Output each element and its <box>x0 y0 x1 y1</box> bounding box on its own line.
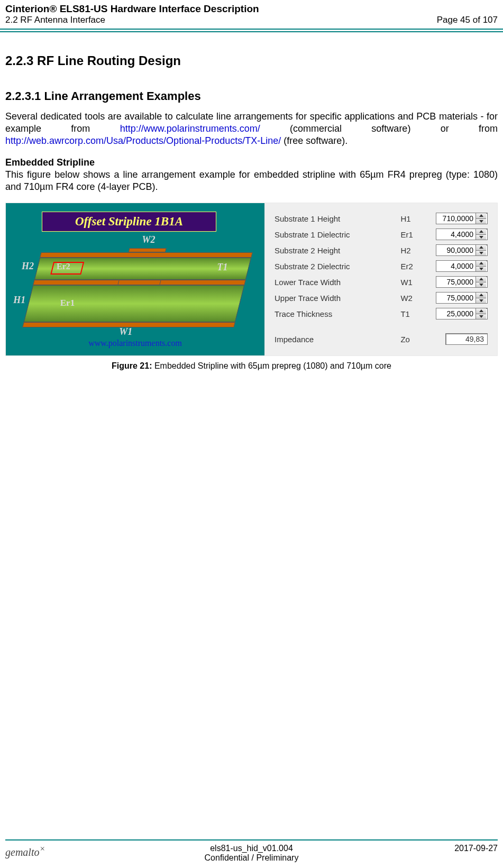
property-input[interactable] <box>436 293 475 303</box>
spinner-up-button[interactable] <box>476 229 486 235</box>
property-value-cell <box>429 290 490 306</box>
property-input[interactable] <box>436 213 475 224</box>
property-value-cell <box>429 242 490 258</box>
figure-caption-text: Embedded Stripline with 65µm prepreg (10… <box>152 361 391 370</box>
spinner-down-button[interactable] <box>476 235 486 240</box>
property-input[interactable] <box>436 229 475 240</box>
chevron-up-icon <box>479 214 483 217</box>
spinner-up-button[interactable] <box>476 245 486 251</box>
property-value-cell <box>429 306 490 322</box>
property-input[interactable] <box>436 308 475 319</box>
label-er2: Er2 <box>57 262 70 271</box>
chevron-up-icon <box>479 246 483 249</box>
pcb-trace-w1 <box>117 280 161 285</box>
property-spinner[interactable] <box>436 276 488 288</box>
spinner-up-button[interactable] <box>476 213 486 219</box>
page-number: Page 45 of 107 <box>437 15 498 25</box>
figure-banner-text: Offset Stripline 1B1A <box>75 215 183 229</box>
property-symbol: Er2 <box>398 258 429 274</box>
property-input[interactable] <box>436 261 475 271</box>
pcb-trace-w2 <box>129 248 167 252</box>
impedance-value-cell: 49,83 <box>429 331 490 347</box>
property-spinner[interactable] <box>436 229 488 240</box>
footer-confidential: Confidential / Preliminary <box>85 853 418 863</box>
intro-text-b: (commercial software) or from <box>260 123 498 134</box>
property-row: Substrate 2 HeightH2 <box>272 242 490 258</box>
chevron-down-icon <box>479 268 483 270</box>
impedance-row: ImpedanceZo49,83 <box>272 331 490 347</box>
property-name: Lower Trace Width <box>272 274 398 290</box>
label-t1: T1 <box>217 262 228 273</box>
stripline-heading: Embedded Stripline <box>5 157 95 168</box>
property-row: Substrate 2 DielectricEr2 <box>272 258 490 274</box>
spinner-down-button[interactable] <box>476 298 486 304</box>
spinner-up-button[interactable] <box>476 277 486 282</box>
property-name: Substrate 2 Height <box>272 242 398 258</box>
spinner-up-button[interactable] <box>476 293 486 298</box>
footer-brand: gemalto× <box>5 844 85 858</box>
figure-frame: Offset Stripline 1B1A H2 H1 Er2 <box>5 203 498 356</box>
property-input[interactable] <box>436 277 475 287</box>
spinner-down-button[interactable] <box>476 282 486 288</box>
chevron-down-icon <box>479 252 483 254</box>
property-value-cell <box>429 226 490 242</box>
chevron-down-icon <box>479 315 483 318</box>
section-heading: 2.2.3 RF Line Routing Design <box>5 53 498 68</box>
property-name: Substrate 1 Height <box>272 211 398 226</box>
footer-date: 2017-09-27 <box>418 844 498 853</box>
label-h2: H2 <box>22 261 34 272</box>
property-spinner[interactable] <box>436 244 488 256</box>
figure-banner: Offset Stripline 1B1A <box>42 212 216 232</box>
chevron-down-icon <box>479 299 483 302</box>
figure-21: Offset Stripline 1B1A H2 H1 Er2 <box>5 203 498 371</box>
spinner-down-button[interactable] <box>476 267 486 272</box>
label-h1: H1 <box>13 295 25 306</box>
property-row: Substrate 1 HeightH1 <box>272 211 490 226</box>
property-row: Substrate 1 DielectricEr1 <box>272 226 490 242</box>
doc-title: Cinterion® ELS81-US Hardware Interface D… <box>5 3 259 15</box>
figure-diagram-panel: Offset Stripline 1B1A H2 H1 Er2 <box>6 203 265 355</box>
pcb-core <box>24 285 244 322</box>
label-w2: W2 <box>142 234 156 245</box>
spinner-down-button[interactable] <box>476 314 486 319</box>
property-input[interactable] <box>436 245 475 255</box>
footer-docid: els81-us_hid_v01.004 <box>85 844 418 853</box>
footer-brand-text: gemalto <box>5 846 39 858</box>
doc-subtitle: 2.2 RF Antenna Interface <box>5 15 259 25</box>
property-symbol: H1 <box>398 211 429 226</box>
intro-paragraph: Several dedicated tools are available to… <box>5 111 498 147</box>
spinner-down-button[interactable] <box>476 251 486 256</box>
page-footer: gemalto× els81-us_hid_v01.004 Confidenti… <box>0 839 503 863</box>
chevron-down-icon <box>479 284 483 286</box>
polar-link[interactable]: http://www.polarinstruments.com/ <box>120 123 260 134</box>
chevron-up-icon <box>479 278 483 280</box>
spinner-up-button[interactable] <box>476 308 486 314</box>
chevron-up-icon <box>479 294 483 296</box>
spinner-down-button[interactable] <box>476 219 486 224</box>
property-spacer <box>272 322 490 331</box>
figure-source-url: www.polarinstruments.com <box>10 339 260 348</box>
figure-caption-prefix: Figure 21: <box>112 361 152 370</box>
pcb-top-copper <box>40 252 252 258</box>
property-symbol: W1 <box>398 274 429 290</box>
property-name: Substrate 1 Dielectric <box>272 226 398 242</box>
page-header: Cinterion® ELS81-US Hardware Interface D… <box>0 0 503 28</box>
awr-link[interactable]: http://web.awrcorp.com/Usa/Products/Opti… <box>5 135 281 146</box>
footer-row: gemalto× els81-us_hid_v01.004 Confidenti… <box>5 844 498 863</box>
impedance-symbol: Zo <box>398 331 429 347</box>
property-spinner[interactable] <box>436 308 488 319</box>
property-name: Upper Trace Width <box>272 290 398 306</box>
label-w1: W1 <box>119 326 132 337</box>
property-spinner[interactable] <box>436 213 488 224</box>
property-symbol: W2 <box>398 290 429 306</box>
property-spinner[interactable] <box>436 260 488 272</box>
property-value-cell <box>429 211 490 226</box>
chevron-down-icon <box>479 220 483 223</box>
header-rule-2 <box>0 31 503 32</box>
properties-table: Substrate 1 HeightH1Substrate 1 Dielectr… <box>272 211 490 347</box>
property-name: Substrate 2 Dielectric <box>272 258 398 274</box>
figure-caption: Figure 21: Embedded Stripline with 65µm … <box>5 361 498 371</box>
spinner-up-button[interactable] <box>476 261 486 267</box>
property-spinner[interactable] <box>436 292 488 304</box>
stripline-paragraph: Embedded Stripline This figure below sho… <box>5 157 498 193</box>
